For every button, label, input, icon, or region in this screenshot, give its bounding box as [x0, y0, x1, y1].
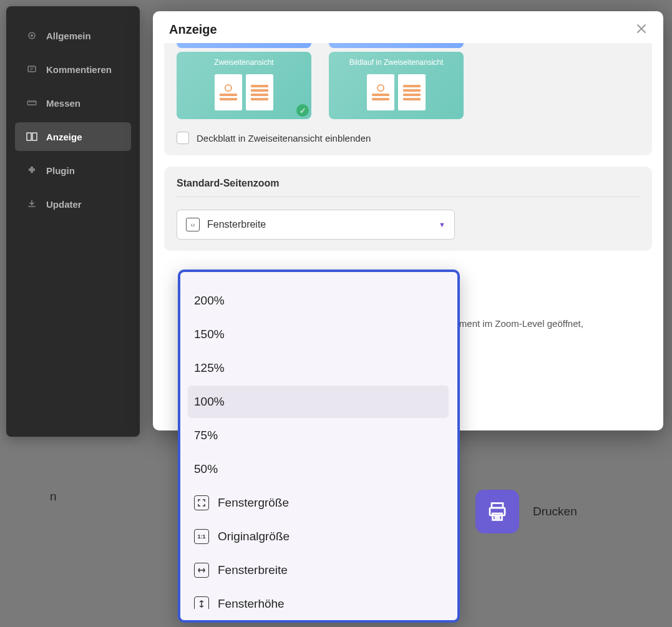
sidebar-item-label: Kommentieren: [46, 64, 112, 75]
zoom-option-label: 50%: [194, 462, 218, 476]
sidebar-item-kommentieren[interactable]: Kommentieren: [15, 55, 131, 84]
sidebar-item-label: Messen: [46, 98, 80, 109]
zoom-option-label: 125%: [194, 361, 225, 375]
zoom-option-fensterhoehe[interactable]: Fensterhöhe: [188, 588, 449, 609]
view-card-two-page-scroll[interactable]: Bildlauf in Zweiseitenansicht: [329, 52, 464, 119]
cover-in-two-page-row: Deckblatt in Zweiseitenansicht einblende…: [177, 132, 640, 144]
zoom-select-value: Fensterbreite: [207, 219, 431, 230]
general-icon: [26, 30, 37, 41]
bg-action-drucken[interactable]: Drucken: [475, 490, 577, 533]
bg-action-partial: n: [50, 490, 57, 503]
view-card-prev-2[interactable]: [329, 43, 464, 48]
zoom-option-originalgroesse[interactable]: 1:1 Originalgröße: [188, 520, 449, 553]
view-card-label: Zweiseitenansicht: [177, 58, 311, 67]
display-icon: [26, 131, 37, 142]
section-default-zoom: Standard-Seitenzoom ‹› Fensterbreite ▼: [164, 167, 652, 251]
sidebar-item-anzeige[interactable]: Anzeige: [15, 122, 131, 151]
sidebar-item-label: Anzeige: [46, 132, 82, 142]
svg-rect-11: [32, 133, 37, 140]
svg-rect-2: [28, 66, 36, 72]
zoom-option-label: 200%: [194, 294, 225, 308]
view-card-two-page[interactable]: Zweiseitenansicht ✓: [177, 52, 311, 119]
fit-width-icon: ‹›: [186, 218, 200, 231]
cover-checkbox-label: Deckblatt in Zweiseitenansicht einblende…: [197, 133, 371, 143]
download-icon: [26, 198, 37, 210]
plugin-icon: [26, 165, 37, 176]
zoom-option-label: Fensterbreite: [218, 563, 288, 577]
bg-action-label: n: [50, 490, 57, 503]
zoom-option-fenstergroesse[interactable]: Fenstergröße: [188, 487, 449, 519]
zoom-option-200[interactable]: 200%: [188, 284, 449, 317]
sidebar-item-label: Allgemein: [46, 31, 91, 41]
close-button[interactable]: [636, 23, 647, 37]
sidebar-item-plugin[interactable]: Plugin: [15, 156, 131, 185]
zoom-select[interactable]: ‹› Fensterbreite ▼: [177, 210, 455, 240]
zoom-option-fensterbreite[interactable]: Fensterbreite: [188, 554, 449, 586]
bg-action-label: Drucken: [533, 505, 577, 518]
selected-check-icon: ✓: [296, 104, 309, 117]
svg-rect-10: [27, 133, 31, 140]
zoom-note-text: kument im Zoom-Level geöffnet,: [449, 318, 643, 329]
sidebar-item-label: Plugin: [46, 165, 75, 176]
zoom-option-75[interactable]: 75%: [188, 419, 449, 452]
svg-point-1: [31, 34, 33, 37]
zoom-option-150[interactable]: 150%: [188, 318, 449, 351]
fit-size-icon: [194, 495, 209, 510]
section-page-view: Zweiseitenansicht ✓ Bildlauf in Zweiseit…: [164, 43, 652, 155]
fit-width-icon: [194, 563, 209, 578]
section-title: Standard-Seitenzoom: [177, 178, 640, 197]
modal-title: Anzeige: [169, 22, 217, 37]
cover-checkbox[interactable]: [177, 132, 189, 144]
zoom-option-label: Fensterhöhe: [218, 597, 285, 609]
zoom-option-label: 100%: [194, 395, 225, 409]
zoom-dropdown: 200% 150% 125% 100% 75% 50% Fenstergröße: [178, 270, 460, 623]
sidebar-item-messen[interactable]: Messen: [15, 89, 131, 117]
zoom-option-100[interactable]: 100%: [188, 386, 449, 418]
zoom-option-label: Originalgröße: [218, 530, 290, 543]
zoom-option-label: 75%: [194, 429, 218, 442]
settings-sidebar: Allgemein Kommentieren Messen Anzeige Pl…: [6, 6, 140, 437]
modal-header: Anzeige: [153, 11, 663, 43]
fit-height-icon: [194, 596, 209, 609]
print-icon: [475, 490, 519, 533]
view-card-label: Bildlauf in Zweiseitenansicht: [329, 58, 464, 67]
zoom-option-label: Fenstergröße: [218, 496, 289, 510]
sidebar-item-label: Updater: [46, 199, 82, 210]
zoom-option-125[interactable]: 125%: [188, 352, 449, 384]
comment-icon: [26, 64, 37, 75]
chevron-down-icon: ▼: [439, 221, 446, 228]
view-card-prev-1[interactable]: [177, 43, 311, 48]
zoom-dropdown-list[interactable]: 200% 150% 125% 100% 75% 50% Fenstergröße: [180, 283, 454, 609]
sidebar-item-allgemein[interactable]: Allgemein: [15, 21, 131, 50]
ruler-icon: [26, 97, 37, 109]
original-size-icon: 1:1: [194, 529, 209, 544]
zoom-option-label: 150%: [194, 328, 225, 341]
zoom-option-50[interactable]: 50%: [188, 453, 449, 485]
sidebar-item-updater[interactable]: Updater: [15, 190, 131, 218]
